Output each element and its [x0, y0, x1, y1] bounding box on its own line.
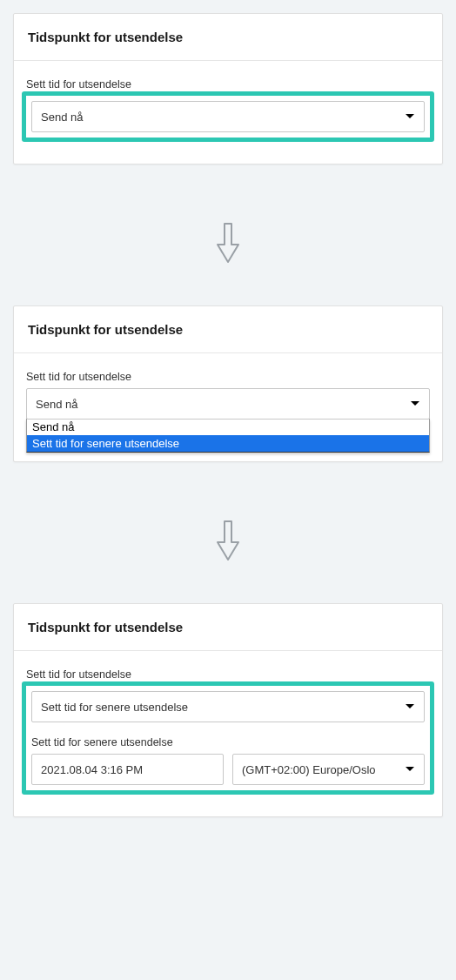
schedule-select[interactable]: Send nå	[31, 101, 425, 132]
dropdown-option-schedule-later[interactable]: Sett tid for senere utsendelse	[27, 435, 429, 452]
schedule-label: Sett tid for utsendelse	[26, 78, 430, 91]
datetime-input[interactable]	[31, 754, 224, 785]
caret-down-icon	[405, 703, 415, 710]
panel-body: Sett tid for utsendelse Sett tid for sen…	[14, 651, 442, 816]
caret-down-icon	[410, 400, 420, 407]
timezone-select[interactable]: (GMT+02:00) Europe/Oslo	[232, 754, 425, 785]
schedule-select[interactable]: Send nå	[26, 388, 430, 420]
schedule-panel-3: Tidspunkt for utsendelse Sett tid for ut…	[13, 603, 443, 817]
schedule-panel-2: Tidspunkt for utsendelse Sett tid for ut…	[13, 305, 443, 462]
schedule-panel-1: Tidspunkt for utsendelse Sett tid for ut…	[13, 13, 443, 164]
select-value: Sett tid for senere utsendelse	[41, 701, 188, 714]
schedule-label: Sett tid for utsendelse	[26, 371, 430, 383]
highlight-box: Send nå	[22, 91, 434, 142]
select-value: (GMT+02:00) Europe/Oslo	[242, 763, 376, 776]
flow-arrow-1	[13, 182, 443, 305]
highlight-box: Sett tid for senere utsendelse Sett tid …	[22, 681, 434, 795]
panel-body: Sett tid for utsendelse Send nå	[14, 61, 442, 164]
caret-down-icon	[405, 113, 415, 120]
schedule-select[interactable]: Sett tid for senere utsendelse	[31, 691, 425, 722]
schedule-dropdown-list: Send nå Sett tid for senere utsendelse	[26, 419, 430, 453]
select-value: Send nå	[36, 398, 77, 411]
select-value: Send nå	[41, 111, 83, 124]
panel-title: Tidspunkt for utsendelse	[14, 306, 442, 353]
panel-body: Sett tid for utsendelse Send nå Send nå …	[14, 353, 442, 461]
schedule-later-label: Sett tid for senere utsendelse	[31, 736, 425, 748]
panel-title: Tidspunkt for utsendelse	[14, 604, 442, 651]
schedule-label: Sett tid for utsendelse	[26, 668, 430, 681]
flow-arrow-2	[13, 480, 443, 603]
dropdown-option-send-now[interactable]: Send nå	[27, 419, 429, 435]
caret-down-icon	[405, 766, 415, 773]
panel-title: Tidspunkt for utsendelse	[14, 14, 442, 61]
